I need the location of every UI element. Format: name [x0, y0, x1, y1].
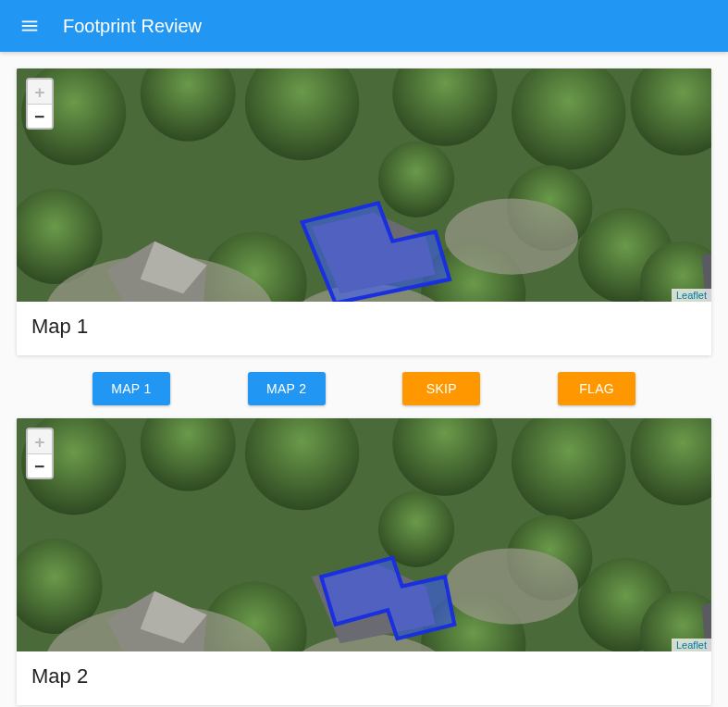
- map-pane-2[interactable]: + − Leaflet: [17, 418, 711, 651]
- map-label-1: Map 1: [17, 302, 711, 355]
- action-button-row: MAP 1 MAP 2 SKIP FLAG: [17, 368, 711, 418]
- zoom-out-button-1[interactable]: −: [28, 104, 52, 128]
- map-card-1: + − Leaflet Map 1: [17, 68, 711, 355]
- map-label-2: Map 2: [17, 651, 711, 705]
- aerial-image-1: [17, 68, 711, 302]
- skip-button[interactable]: SKIP: [402, 372, 480, 405]
- map-card-2: + − Leaflet Map 2: [17, 418, 711, 705]
- zoom-out-button-2[interactable]: −: [28, 453, 52, 478]
- map2-button[interactable]: MAP 2: [248, 372, 326, 405]
- svg-point-36: [445, 548, 578, 624]
- hamburger-icon: [19, 16, 40, 36]
- zoom-controls-2: + −: [26, 428, 54, 479]
- map1-button[interactable]: MAP 1: [93, 372, 170, 405]
- map-pane-1[interactable]: + − Leaflet: [17, 68, 711, 302]
- flag-button[interactable]: FLAG: [558, 372, 635, 405]
- map-attribution-1[interactable]: Leaflet: [672, 289, 711, 302]
- zoom-controls-1: + −: [26, 78, 54, 130]
- zoom-in-button-1[interactable]: +: [28, 80, 52, 104]
- svg-point-12: [378, 142, 454, 217]
- map-attribution-2[interactable]: Leaflet: [672, 639, 711, 651]
- zoom-in-button-2[interactable]: +: [28, 429, 52, 453]
- menu-button[interactable]: [11, 7, 48, 44]
- svg-point-15: [445, 198, 578, 274]
- app-title: Footprint Review: [63, 16, 202, 37]
- svg-point-33: [378, 491, 454, 567]
- content-viewport[interactable]: + − Leaflet Map 1 MAP 1 MAP 2 SKIP FLAG: [0, 52, 728, 707]
- app-bar: Footprint Review: [0, 0, 728, 52]
- aerial-image-2: [17, 418, 711, 651]
